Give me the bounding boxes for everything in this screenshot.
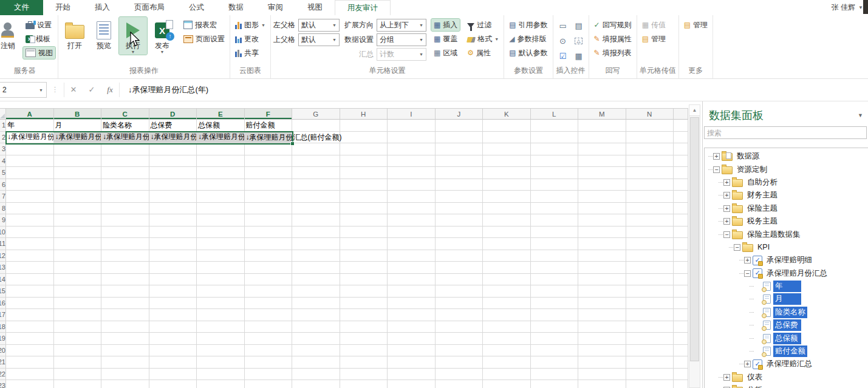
cell-F14[interactable] — [245, 274, 293, 286]
cell-J12[interactable] — [436, 250, 484, 262]
cell-N1[interactable] — [626, 120, 674, 132]
cell-J23[interactable] — [436, 380, 484, 388]
cell-B7[interactable] — [54, 191, 102, 203]
row-header-21[interactable]: 21 — [0, 356, 6, 369]
cell-N12[interactable] — [626, 250, 674, 262]
cell-A15[interactable] — [6, 285, 54, 298]
cell-M20[interactable] — [578, 345, 626, 357]
cell-I17[interactable] — [388, 309, 436, 321]
cell-I9[interactable] — [388, 214, 436, 226]
cell-F17[interactable] — [245, 309, 293, 321]
page-setup-button[interactable]: 页面设置 — [181, 33, 227, 45]
cell-C7[interactable] — [101, 191, 149, 203]
cell-J4[interactable] — [436, 155, 484, 168]
cell-L23[interactable] — [531, 380, 579, 388]
collapse-toggle-icon[interactable]: − — [723, 231, 730, 238]
cell-I1[interactable] — [388, 120, 436, 132]
cell-A2[interactable]: ↓承保理赔月份汇总(年) — [6, 132, 54, 144]
row-header-11[interactable]: 11 — [0, 238, 6, 250]
column-header-B[interactable]: B — [54, 108, 102, 120]
cell-H19[interactable] — [340, 333, 388, 345]
vertical-scrollbar[interactable]: ▲ — [689, 104, 700, 388]
cell-J6[interactable] — [436, 179, 484, 191]
property-button[interactable]: ⚙属性 — [465, 47, 501, 59]
cell-D8[interactable] — [149, 203, 197, 215]
cell-x21[interactable] — [674, 356, 688, 369]
cell-H17[interactable] — [340, 309, 388, 321]
cell-G12[interactable] — [292, 250, 340, 262]
cell-C11[interactable] — [101, 238, 149, 250]
cell-N10[interactable] — [626, 226, 674, 239]
cell-N3[interactable] — [626, 143, 674, 155]
cell-B13[interactable] — [54, 262, 102, 274]
cell-x14[interactable] — [674, 274, 688, 286]
cell-N8[interactable] — [626, 203, 674, 215]
cell-N11[interactable] — [626, 238, 674, 250]
cell-E6[interactable] — [197, 179, 245, 191]
cell-L22[interactable] — [531, 369, 579, 381]
cell-H22[interactable] — [340, 369, 388, 381]
formula-input[interactable]: ↓承保理赔月份汇总(年) — [128, 84, 208, 95]
panel-collapse-caret-icon[interactable]: ▼ — [858, 112, 863, 118]
cell-N4[interactable] — [626, 155, 674, 168]
cell-B14[interactable] — [54, 274, 102, 286]
cell-A4[interactable] — [6, 155, 54, 168]
cell-H10[interactable] — [340, 226, 388, 239]
cell-L11[interactable] — [531, 238, 579, 250]
row-header-6[interactable]: 6 — [0, 179, 6, 191]
row-header-10[interactable]: 10 — [0, 226, 6, 239]
cell-H15[interactable] — [340, 285, 388, 298]
cell-D1[interactable]: 总保费 — [149, 120, 197, 132]
cell-D18[interactable] — [149, 321, 197, 333]
cell-B17[interactable] — [54, 309, 102, 321]
cell-D9[interactable] — [149, 214, 197, 226]
cell-x6[interactable] — [674, 179, 688, 191]
cell-M4[interactable] — [578, 155, 626, 168]
cell-J22[interactable] — [436, 369, 484, 381]
cell-D15[interactable] — [149, 285, 197, 298]
cell-B22[interactable] — [54, 369, 102, 381]
cell-E16[interactable] — [197, 298, 245, 310]
cell-G22[interactable] — [292, 369, 340, 381]
cell-L9[interactable] — [531, 214, 579, 226]
cell-C20[interactable] — [101, 345, 149, 357]
cell-E21[interactable] — [197, 356, 245, 369]
cell-C17[interactable] — [101, 309, 149, 321]
cell-K13[interactable] — [483, 262, 531, 274]
expand-toggle-icon[interactable]: + — [723, 192, 730, 199]
cell-C9[interactable] — [101, 214, 149, 226]
cell-D21[interactable] — [149, 356, 197, 369]
cell-J10[interactable] — [436, 226, 484, 239]
cell-L16[interactable] — [531, 298, 579, 310]
fill-list-button[interactable]: ✎填报列表 — [592, 47, 634, 59]
cell-D20[interactable] — [149, 345, 197, 357]
cell-J21[interactable] — [436, 356, 484, 369]
column-header-G[interactable]: G — [292, 108, 340, 120]
cell-N7[interactable] — [626, 191, 674, 203]
cell-E4[interactable] — [197, 155, 245, 168]
cell-F22[interactable] — [245, 369, 293, 381]
cell-K16[interactable] — [483, 298, 531, 310]
cell-M5[interactable] — [578, 167, 626, 179]
cell-L2[interactable] — [531, 132, 579, 144]
cell-H8[interactable] — [340, 203, 388, 215]
row-header-20[interactable]: 20 — [0, 345, 6, 357]
cell-L21[interactable] — [531, 356, 579, 369]
cell-G18[interactable] — [292, 321, 340, 333]
cell-A16[interactable] — [6, 298, 54, 310]
cell-N17[interactable] — [626, 309, 674, 321]
cell-C6[interactable] — [101, 179, 149, 191]
cell-x2[interactable] — [674, 132, 688, 144]
tree-item-2[interactable]: +自助分析 — [705, 176, 868, 189]
cell-E23[interactable] — [197, 380, 245, 388]
cell-N21[interactable] — [626, 356, 674, 369]
column-header-F[interactable]: F — [245, 108, 293, 120]
cell-x18[interactable] — [674, 321, 688, 333]
publish-button[interactable]: X 发布 ▼ — [148, 17, 176, 55]
cell-M19[interactable] — [578, 333, 626, 345]
cell-K10[interactable] — [483, 226, 531, 239]
cell-B19[interactable] — [54, 333, 102, 345]
cell-H12[interactable] — [340, 250, 388, 262]
cell-G13[interactable] — [292, 262, 340, 274]
cell-J9[interactable] — [436, 214, 484, 226]
